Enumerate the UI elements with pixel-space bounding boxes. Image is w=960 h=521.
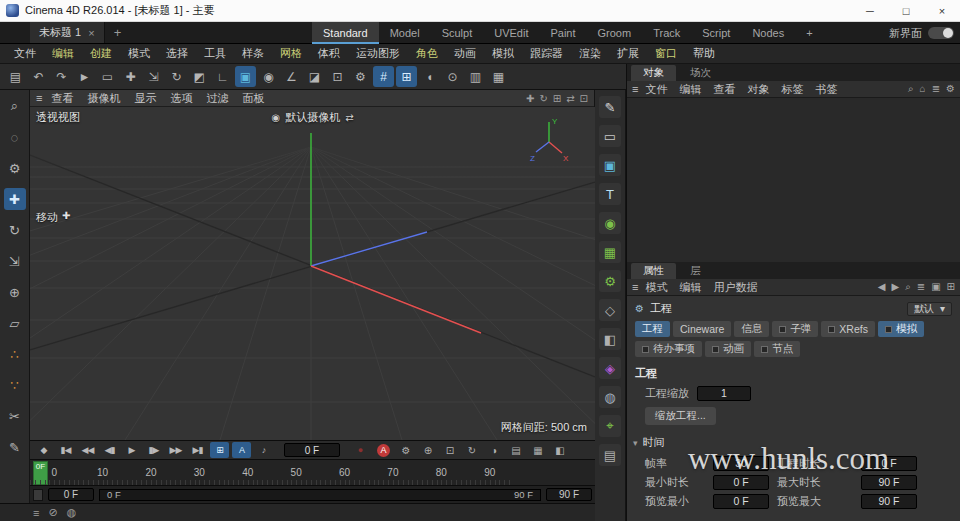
menu-item[interactable]: 模式 [120,46,158,61]
layout-tab[interactable]: Model [379,22,431,44]
array-generator-icon[interactable]: ▦ [599,241,621,263]
layout-panel-icon[interactable]: ▤ [5,66,26,87]
minimize-button[interactable]: ─ [852,0,888,22]
redo-icon[interactable]: ↷ [51,66,72,87]
document-tab-close-icon[interactable]: × [88,27,94,39]
menu-item[interactable]: 模拟 [484,46,522,61]
current-frame-input[interactable]: 0 F [284,443,340,457]
panel-tab[interactable]: 层 [678,263,713,279]
viewport-menu-item[interactable]: 面板 [235,91,271,106]
record-parameter-icon[interactable]: ◑ [485,442,503,458]
tab-checkbox[interactable] [885,326,892,333]
tab-checkbox[interactable] [712,346,719,353]
coordinate-system-icon[interactable]: ∟ [212,66,233,87]
render-queue-icon[interactable]: ⊘ [48,506,57,519]
attribute-tab[interactable]: 工程 [635,321,670,337]
document-tab[interactable]: 未标题 1 × [30,22,105,43]
menu-item[interactable]: 编辑 [44,46,82,61]
attribute-tab[interactable]: 子弹 [772,321,818,337]
menu-item[interactable]: 扩展 [609,46,647,61]
play-icon[interactable]: ▶ [122,442,141,458]
layout-tab[interactable]: Standard [312,22,379,44]
move-tool-icon[interactable]: ✚ [4,188,26,210]
menu-item[interactable]: 窗口 [647,46,685,61]
attribute-manager-menu-item[interactable]: 编辑 [673,280,707,295]
rotate-icon[interactable]: ↻ [166,66,187,87]
prev-frame-icon[interactable]: ◀▮ [100,442,119,458]
next-frame-icon[interactable]: ▮▶ [144,442,163,458]
tweak-mode-icon[interactable]: ⚙ [4,157,26,179]
maximize-view-icon[interactable]: ⊡ [580,93,588,104]
pla-mode-icon[interactable]: ⊞ [210,442,229,458]
autokeying-icon[interactable]: A [377,444,390,457]
world-coordinates-icon[interactable]: ◉ [258,66,279,87]
preview-start-input[interactable]: 0 F [48,488,94,501]
attribute-tab[interactable]: 待办事项 [635,341,702,357]
pan-view-icon[interactable]: ✚ [526,93,534,104]
attribute-tab[interactable]: 动画 [705,341,751,357]
settings-icon[interactable]: ⚙ [946,83,955,95]
record-rotation-icon[interactable]: ↻ [463,442,481,458]
back-icon[interactable]: ◀ [878,281,886,293]
panel-tab[interactable]: 属性 [631,263,676,279]
attribute-tab[interactable]: 信息 [734,321,769,337]
scale-tool-icon[interactable]: ⇲ [4,250,26,272]
attribute-manager-menu-item[interactable]: 用户数据 [707,280,763,295]
cube-primitive-icon[interactable]: ▣ [599,154,621,176]
project-scale-input[interactable]: 1 [697,386,751,401]
timeline-ruler[interactable]: 0102030405060708090 0F [30,459,595,485]
film-camera-icon[interactable]: ▥ [465,66,486,87]
axis-modifier-icon[interactable]: ⊕ [4,281,26,303]
object-manager-menu-item[interactable]: 书签 [809,82,843,97]
render-settings-icon[interactable]: ⚙ [350,66,371,87]
new-panel-icon[interactable]: ⊞ [947,281,955,293]
net-status-icon[interactable]: ◍ [67,506,77,519]
viewport-menu-item[interactable]: 选项 [163,91,199,106]
menu-icon[interactable]: ≡ [33,507,39,519]
display-mode-icon[interactable]: ▤ [599,444,621,466]
panel-tab[interactable]: 场次 [678,65,723,81]
toggle-grid-icon[interactable]: ⊞ [553,93,561,104]
attribute-tab[interactable]: 模拟 [878,321,924,337]
filter-icon[interactable]: ≣ [917,281,925,293]
layout-tab[interactable]: Paint [539,22,586,44]
record-scale-icon[interactable]: ⊡ [441,442,459,458]
layout-tab[interactable]: Groom [587,22,643,44]
add-document-tab-button[interactable]: + [105,22,131,43]
modeling-axis-icon[interactable]: ▣ [235,66,256,87]
magnet-snap-icon[interactable]: ◖ [419,66,440,87]
live-selection-icon[interactable]: ◌ [4,126,26,148]
sound-icon[interactable]: ♪ [254,442,273,458]
param-input[interactable]: 90 F [861,475,917,490]
last-tool-icon[interactable]: ◩ [189,66,210,87]
goto-end-icon[interactable]: ▶▮ [188,442,207,458]
knife-tool-icon[interactable]: ✂ [4,405,26,427]
viewport-menu-item[interactable]: 显示 [127,91,163,106]
volume-builder-icon[interactable]: ◇ [599,299,621,321]
range-end-handle-label[interactable]: 90 F [514,489,533,500]
viewport-menu-icon[interactable]: ≡ [36,92,42,104]
next-key-icon[interactable]: ▶▶ [166,442,185,458]
spline-pen-icon[interactable]: ✎ [599,96,621,118]
subdivision-surface-icon[interactable]: ◉ [599,212,621,234]
object-manager-menu-item[interactable]: 对象 [741,82,775,97]
object-manager-menu-icon[interactable]: ≡ [632,83,638,95]
rectangle-selection-icon[interactable]: ▭ [97,66,118,87]
preset-dropdown[interactable]: 默认 ▾ [907,302,952,316]
attribute-manager-menu-item[interactable]: 模式 [639,280,673,295]
layout-tab[interactable]: Nodes [741,22,795,44]
workplane-tool-icon[interactable]: ▱ [4,312,26,334]
close-button[interactable]: × [924,0,960,22]
record-pla-icon[interactable]: ▤ [507,442,525,458]
snap-settings-icon[interactable]: ⊙ [442,66,463,87]
set-keyframe-icon[interactable]: ◆ [34,442,53,458]
tab-checkbox[interactable] [828,326,835,333]
scale-icon[interactable]: ⇲ [143,66,164,87]
attribute-tab[interactable]: Cineware [673,321,731,337]
record-position-icon[interactable]: ⊕ [419,442,437,458]
record-icon[interactable]: ● [354,444,367,457]
time-section-header[interactable]: ▾ 时间 [633,435,952,450]
menu-item[interactable]: 样条 [234,46,272,61]
menu-item[interactable]: 网格 [272,46,310,61]
lock-icon[interactable]: ▣ [931,281,940,293]
